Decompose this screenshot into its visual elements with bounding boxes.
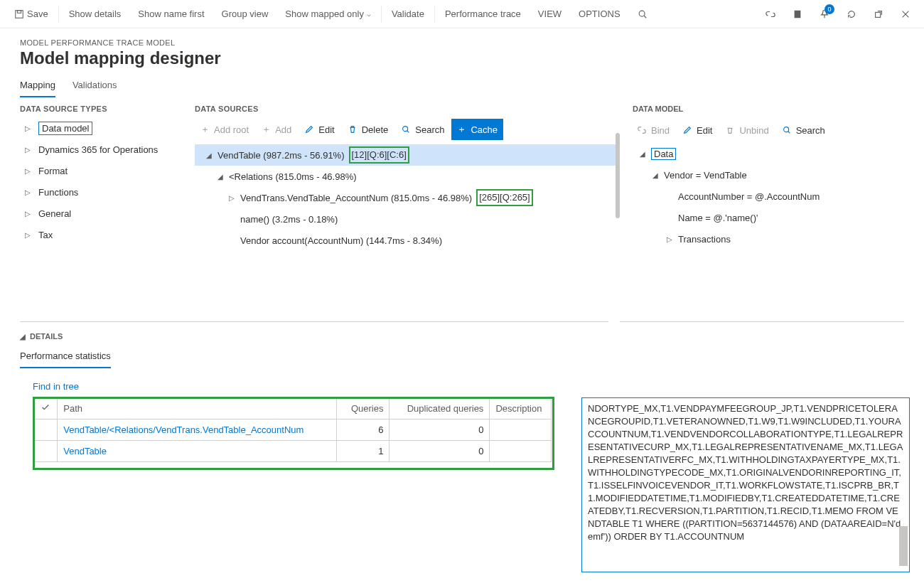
delete-button[interactable]: Delete: [342, 119, 394, 140]
chevron-down-icon[interactable]: ◢: [638, 150, 647, 158]
sql-text: NDORTYPE_MX,T1.VENDPAYMFEEGROUP_JP,T1.VE…: [588, 403, 903, 542]
type-item-d365[interactable]: ▷Dynamics 365 for Operations: [20, 139, 183, 160]
cache-button[interactable]: ＋Cache: [451, 119, 503, 140]
chevron-down-icon: ◢: [20, 333, 26, 341]
office-button[interactable]: [785, 0, 810, 28]
options-menu[interactable]: OPTIONS: [570, 0, 629, 28]
performance-trace-button[interactable]: Performance trace: [436, 0, 530, 28]
type-item-tax[interactable]: ▷Tax: [20, 224, 183, 245]
data-model-panel: DATA MODEL Bind Edit Unbind Search ◢Data…: [631, 105, 915, 307]
chevron-down-icon[interactable]: ◢: [651, 171, 660, 179]
col-duplicated[interactable]: Duplicated queries: [390, 398, 490, 419]
trash-icon: [725, 125, 735, 135]
cell-path[interactable]: VendTable: [58, 441, 337, 462]
show-mapped-only-button[interactable]: Show mapped only ⌵: [276, 0, 380, 28]
lower-split: Path Queries Duplicated queries Descript…: [0, 397, 924, 572]
cell-queries: 6: [336, 419, 390, 441]
cell-duplicated: 0: [390, 419, 490, 441]
svg-rect-4: [795, 10, 801, 18]
bind-button: Bind: [631, 120, 675, 140]
group-view-button[interactable]: Group view: [213, 0, 277, 28]
attach-button[interactable]: [758, 0, 783, 28]
separator: [381, 6, 382, 23]
show-name-first-button[interactable]: Show name first: [129, 0, 213, 28]
svg-line-12: [788, 132, 790, 134]
row-select[interactable]: [33, 441, 58, 462]
col-description[interactable]: Description: [490, 398, 552, 419]
chevron-right-icon[interactable]: ▷: [665, 235, 674, 243]
search-command[interactable]: [629, 0, 656, 28]
type-item-general[interactable]: ▷General: [20, 203, 183, 224]
type-item-functions[interactable]: ▷Functions: [20, 181, 183, 203]
chevron-down-icon: ⌵: [367, 10, 371, 18]
col-path[interactable]: Path: [58, 398, 337, 419]
view-menu[interactable]: VIEW: [530, 0, 570, 28]
dm-row-data[interactable]: ◢Data: [631, 143, 915, 164]
chevron-right-icon[interactable]: ▷: [227, 194, 236, 202]
search-button[interactable]: Search: [776, 120, 831, 140]
svg-line-3: [644, 16, 646, 18]
svg-point-2: [639, 11, 645, 16]
tab-performance-statistics[interactable]: Performance statistics: [20, 348, 111, 368]
row-select[interactable]: [33, 419, 58, 441]
link-icon: [765, 9, 775, 19]
types-list: ▷Data model ▷Dynamics 365 for Operations…: [20, 117, 183, 245]
show-details-button[interactable]: Show details: [60, 0, 130, 28]
separator: [58, 6, 59, 23]
breadcrumb: MODEL PERFORMANCE TRACE MODEL: [20, 38, 904, 47]
chevron-right-icon: ▷: [24, 167, 31, 175]
divider: [620, 321, 904, 322]
table-header-row: Path Queries Duplicated queries Descript…: [33, 398, 552, 419]
tree-row-vendtable[interactable]: ◢ VendTable (987.2ms - 56.91%)[12][Q:6][…: [195, 144, 620, 166]
refresh-button[interactable]: [839, 0, 864, 28]
divider: [20, 321, 608, 322]
office-icon: [793, 9, 802, 19]
chevron-down-icon[interactable]: ◢: [205, 151, 213, 159]
validate-button[interactable]: Validate: [383, 0, 433, 28]
close-button[interactable]: [893, 0, 918, 28]
tree-row-relations[interactable]: ◢ <Relations (815.0ms - 46.98%): [195, 166, 620, 187]
save-button[interactable]: Save: [6, 0, 57, 28]
search-icon: [782, 125, 792, 135]
svg-rect-6: [876, 12, 881, 17]
scrollbar[interactable]: [616, 133, 620, 218]
search-button[interactable]: Search: [395, 119, 450, 140]
unbind-button: Unbind: [719, 120, 774, 140]
main-tabs: Mapping Validations: [0, 75, 924, 97]
add-root-button: ＋Add root: [195, 119, 254, 140]
command-bar: Save Show details Show name first Group …: [0, 0, 924, 28]
notifications-button[interactable]: 0: [812, 0, 837, 28]
scrollbar[interactable]: [899, 526, 908, 566]
edit-button[interactable]: Edit: [677, 120, 718, 140]
data-model-tree: ◢Data ◢Vendor = VendTable AccountNumber …: [631, 143, 915, 250]
col-queries[interactable]: Queries: [336, 398, 390, 419]
tree-row-accountnum[interactable]: Vendor account(AccountNum) (144.7ms - 8.…: [195, 230, 620, 251]
dm-row-name[interactable]: Name = @.'name()': [631, 207, 915, 228]
tree-row-vendtrans[interactable]: ▷ VendTrans.VendTable_AccountNum (815.0m…: [195, 187, 620, 208]
type-item-data-model[interactable]: ▷Data model: [20, 117, 183, 139]
dm-row-vendor[interactable]: ◢Vendor = VendTable: [631, 164, 915, 186]
tab-mapping[interactable]: Mapping: [20, 75, 55, 97]
cell-path[interactable]: VendTable/<Relations/VendTrans.VendTable…: [58, 419, 337, 441]
details-heading-row[interactable]: ◢ DETAILS: [20, 332, 904, 341]
page-title: Model mapping designer: [20, 48, 904, 68]
chevron-down-icon[interactable]: ◢: [216, 173, 225, 181]
edit-button[interactable]: Edit: [299, 119, 340, 140]
tree-row-name[interactable]: name() (3.2ms - 0.18%): [195, 208, 620, 230]
dm-row-accountnumber[interactable]: AccountNumber = @.AccountNum: [631, 186, 915, 207]
table-row[interactable]: VendTable 1 0: [33, 441, 552, 462]
popout-icon: [874, 9, 883, 19]
find-in-tree-link[interactable]: Find in tree: [33, 381, 904, 392]
svg-point-11: [783, 127, 788, 132]
plus-icon: ＋: [200, 123, 210, 136]
popout-button[interactable]: [866, 0, 891, 28]
dm-row-transactions[interactable]: ▷Transactions: [631, 228, 915, 250]
sql-text-box[interactable]: NDORTYPE_MX,T1.VENDPAYMFEEGROUP_JP,T1.VE…: [581, 397, 910, 572]
tab-validations[interactable]: Validations: [72, 75, 117, 97]
performance-table: Path Queries Duplicated queries Descript…: [33, 397, 552, 462]
save-label: Save: [27, 9, 48, 19]
table-row[interactable]: VendTable/<Relations/VendTrans.VendTable…: [33, 419, 552, 441]
col-select[interactable]: [33, 398, 58, 419]
chevron-right-icon: ▷: [24, 124, 31, 132]
type-item-format[interactable]: ▷Format: [20, 160, 183, 181]
